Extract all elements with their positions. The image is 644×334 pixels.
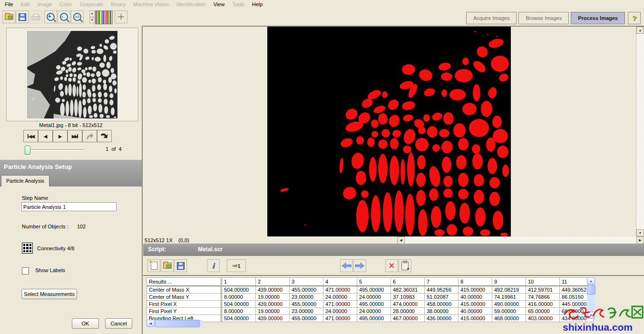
particle bbox=[66, 101, 69, 116]
show-labels-checkbox[interactable] bbox=[22, 267, 29, 275]
process-images-button[interactable]: Process Images bbox=[571, 12, 625, 24]
column-header-5[interactable]: 5 bbox=[357, 278, 391, 286]
particle bbox=[83, 84, 86, 90]
spin-down-icon[interactable]: ▼ bbox=[89, 17, 95, 24]
save-script-button[interactable] bbox=[174, 259, 187, 272]
open-image-button[interactable] bbox=[2, 10, 15, 23]
left-panel: Metal1.jpg - 8 bit - 512x512 ◀◀ ◀ ▶ ▶▶ 1… bbox=[0, 26, 143, 334]
last-image-button[interactable]: ▶▶ bbox=[68, 130, 82, 142]
connectivity-grid-icon[interactable] bbox=[22, 243, 33, 254]
objects-count-value: 102 bbox=[77, 224, 86, 229]
table-row: First Pixel Y8.0000019.0000023.0000024.0… bbox=[147, 308, 594, 315]
edit-step-button[interactable] bbox=[399, 259, 411, 272]
help-button[interactable]: ? bbox=[628, 12, 641, 24]
particle bbox=[474, 31, 476, 32]
particle bbox=[114, 116, 117, 118]
tab-particle-analysis[interactable]: Particle Analysis bbox=[1, 175, 49, 187]
column-header-9[interactable]: 9 bbox=[492, 278, 526, 286]
scroll-up-icon[interactable]: ▲ bbox=[636, 27, 644, 34]
menu-view[interactable]: View bbox=[209, 0, 228, 8]
particle bbox=[62, 98, 65, 102]
table-cell: 455.00000 bbox=[290, 315, 323, 322]
image-slider-track[interactable] bbox=[25, 149, 83, 151]
cursor-tool-button[interactable] bbox=[115, 10, 127, 23]
scroll-left-icon[interactable]: ◀ bbox=[397, 236, 405, 244]
particle bbox=[99, 62, 105, 68]
table-hscroll-thumb[interactable] bbox=[155, 320, 200, 327]
first-icon: ◀◀ bbox=[29, 134, 34, 139]
table-cell: 415.00000 bbox=[459, 301, 492, 308]
table-scroll-up-icon[interactable]: ▲ bbox=[587, 277, 595, 285]
delete-step-button[interactable]: ✕ bbox=[385, 259, 398, 272]
particle bbox=[108, 77, 112, 82]
image-slider-thumb[interactable] bbox=[25, 146, 30, 155]
results-corner-header[interactable]: Results ... bbox=[147, 278, 222, 286]
image-viewport[interactable] bbox=[143, 27, 636, 236]
column-header-6[interactable]: 6 bbox=[391, 278, 425, 286]
step-back-button[interactable] bbox=[340, 259, 353, 272]
table-horizontal-scrollbar[interactable]: ◀ bbox=[146, 320, 203, 327]
scroll-down-icon[interactable]: ▼ bbox=[636, 229, 644, 236]
goto-image-button[interactable] bbox=[97, 130, 112, 142]
zoom-in-button[interactable]: + bbox=[44, 10, 57, 23]
run-once-button[interactable]: ⇒1 bbox=[227, 259, 246, 272]
image-vertical-scrollbar[interactable]: ▲ ▼ bbox=[636, 27, 644, 236]
save-floppy-icon bbox=[19, 13, 26, 21]
ok-button[interactable]: OK bbox=[72, 318, 99, 329]
table-vscroll-thumb[interactable] bbox=[587, 285, 595, 295]
particle bbox=[77, 86, 78, 96]
zoom-out-icon: - bbox=[60, 13, 68, 21]
previous-image-button[interactable]: ◀ bbox=[38, 130, 53, 142]
row-label: Center of Mass Y bbox=[147, 294, 222, 301]
new-script-button[interactable] bbox=[147, 259, 160, 272]
acquire-images-button[interactable]: Acquire Images bbox=[466, 12, 517, 24]
particle bbox=[423, 114, 430, 122]
app-window: FileEditImageColorGrayscaleBinaryMachine… bbox=[0, 0, 644, 334]
table-cell: 24.00000 bbox=[357, 294, 391, 301]
table-scroll-left-icon[interactable]: ◀ bbox=[146, 320, 155, 327]
particle bbox=[447, 224, 457, 236]
step-forward-button[interactable] bbox=[353, 259, 366, 272]
color-palette-strip[interactable] bbox=[95, 10, 113, 24]
particle bbox=[462, 58, 469, 65]
particle bbox=[488, 158, 497, 174]
table-cell: 59.00000 bbox=[492, 308, 526, 315]
save-image-button[interactable] bbox=[16, 10, 29, 23]
zoom-1-1-button[interactable]: 1:1 bbox=[71, 10, 84, 23]
image-horizontal-scrollbar[interactable]: ◀ ▶ bbox=[397, 236, 644, 244]
table-cell: 474.00000 bbox=[391, 301, 425, 308]
particle bbox=[73, 77, 76, 82]
script-info-button[interactable]: i bbox=[207, 259, 220, 272]
column-header-4[interactable]: 4 bbox=[323, 278, 357, 286]
image-thumbnail-box[interactable] bbox=[6, 28, 138, 121]
menu-help[interactable]: Help bbox=[248, 0, 267, 8]
column-header-8[interactable]: 8 bbox=[459, 278, 492, 286]
next-image-button[interactable]: ▶ bbox=[53, 130, 68, 142]
back-arrow-icon bbox=[342, 263, 351, 269]
particle bbox=[500, 233, 508, 236]
browse-images-button[interactable]: Browse Images bbox=[518, 12, 569, 24]
select-measurements-button[interactable]: Select Measurements bbox=[21, 289, 77, 299]
table-cell: 504.00000 bbox=[222, 301, 256, 308]
menu-file[interactable]: File bbox=[1, 0, 17, 8]
step-name-input[interactable] bbox=[21, 202, 117, 211]
scroll-right-icon[interactable]: ▶ bbox=[636, 236, 644, 244]
open-script-button[interactable] bbox=[161, 259, 174, 272]
particle bbox=[394, 190, 404, 232]
zoom-out-button[interactable]: - bbox=[58, 10, 70, 23]
first-image-button[interactable]: ◀◀ bbox=[23, 130, 38, 142]
cancel-button[interactable]: Cancel bbox=[105, 318, 132, 329]
particle bbox=[441, 72, 452, 81]
column-header-10[interactable]: 10 bbox=[526, 278, 560, 286]
column-header-2[interactable]: 2 bbox=[256, 278, 290, 286]
binary-image[interactable] bbox=[267, 27, 511, 236]
spin-up-icon[interactable]: ▲ bbox=[89, 10, 95, 17]
palette-spinner[interactable]: ▲▼ bbox=[89, 10, 95, 23]
print-button bbox=[29, 10, 42, 23]
column-header-1[interactable]: 1 bbox=[222, 278, 256, 286]
menu-color: Color bbox=[56, 0, 76, 8]
particle bbox=[110, 43, 117, 49]
column-header-3[interactable]: 3 bbox=[290, 278, 323, 286]
column-header-7[interactable]: 7 bbox=[425, 278, 459, 286]
menu-machine-vision: Machine Vision bbox=[129, 0, 172, 8]
